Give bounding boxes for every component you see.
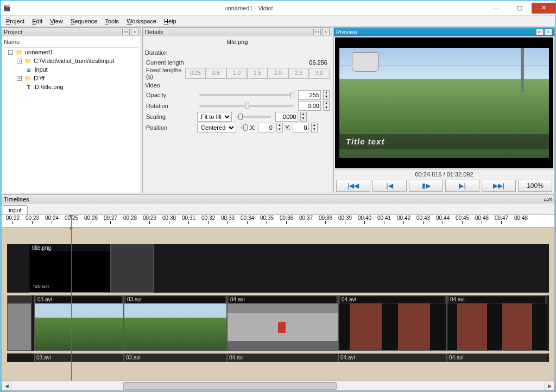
panel-max-icon[interactable]: ▭ bbox=[122, 29, 130, 35]
window-titlebar: 🎬 unnamed1 - Vidiot — ▢ ✕ bbox=[1, 1, 555, 16]
zoom-level[interactable]: 100% bbox=[518, 180, 552, 192]
panel-close-icon[interactable]: × bbox=[545, 29, 552, 35]
opacity-spinner[interactable]: ▲▼ bbox=[323, 90, 330, 100]
rotation-label: Rotation bbox=[145, 103, 195, 109]
scaling-value[interactable]: .0000 bbox=[275, 112, 298, 122]
project-panel-header[interactable]: Project ▭ × bbox=[2, 28, 141, 36]
scaling-spinner[interactable]: ▲▼ bbox=[300, 112, 307, 122]
preview-title-overlay: Title text bbox=[339, 134, 549, 149]
video-clip[interactable]: 04.avi bbox=[447, 295, 547, 351]
minimize-button[interactable]: — bbox=[484, 3, 508, 14]
preview-panel-title: Preview bbox=[336, 29, 357, 35]
timelines-panel-title: Timelines bbox=[4, 196, 29, 203]
menu-sequence[interactable]: Sequence bbox=[67, 17, 101, 26]
maximize-button[interactable]: ▢ bbox=[508, 3, 532, 14]
ruler-tick: 00:31 bbox=[182, 215, 195, 224]
menu-workspace[interactable]: Workspace bbox=[123, 17, 160, 26]
fixed-length-button[interactable]: 1.0 bbox=[226, 68, 247, 79]
playhead[interactable] bbox=[71, 215, 72, 227]
clip-label: 03.avi bbox=[36, 296, 122, 303]
preview-panel-header[interactable]: Preview ▭ × bbox=[334, 28, 554, 36]
panel-close-icon[interactable]: × bbox=[322, 29, 330, 35]
timeline-ruler[interactable]: 00:2200:2300:2400:2500:2600:2700:2800:29… bbox=[2, 214, 554, 227]
tree-expander-icon[interactable]: + bbox=[17, 76, 22, 81]
tree-item[interactable]: TD:\title.png bbox=[4, 83, 138, 91]
scaling-mode-select[interactable]: Fit to fill bbox=[197, 112, 232, 122]
close-button[interactable]: ✕ bbox=[532, 3, 555, 14]
position-slider[interactable] bbox=[241, 127, 246, 129]
position-mode-select[interactable]: Centered bbox=[197, 123, 236, 132]
video-clip[interactable]: 04.avi bbox=[338, 295, 447, 351]
pos-x-value[interactable]: 0 bbox=[258, 123, 274, 132]
tree-column-header[interactable]: Name bbox=[4, 37, 138, 48]
timelines-panel: Timelines ▭ × input 00:2200:2300:2400:25… bbox=[1, 194, 555, 391]
tree-item[interactable]: -📁unnamed1 bbox=[4, 48, 138, 56]
panel-max-icon[interactable]: ▭ bbox=[544, 196, 549, 203]
preview-viewport[interactable]: Title text bbox=[335, 37, 553, 168]
fixed-length-button[interactable]: 3.0 bbox=[309, 68, 330, 79]
panel-close-icon[interactable]: × bbox=[131, 29, 138, 35]
step-forward-button[interactable]: ▶| bbox=[445, 180, 479, 192]
menu-project[interactable]: Project bbox=[3, 17, 28, 26]
menu-tools[interactable]: Tools bbox=[102, 17, 122, 26]
rotation-slider[interactable] bbox=[199, 105, 294, 107]
timeline-scrollbar[interactable]: ◀ ▶ bbox=[2, 381, 554, 390]
audio-clip[interactable]: 04.avi bbox=[227, 353, 338, 362]
scroll-left-icon[interactable]: ◀ bbox=[2, 382, 11, 390]
project-tree[interactable]: Name -📁unnamed1+📁C:\Vidiot\vidiot_trunk\… bbox=[2, 36, 141, 193]
rotation-value[interactable]: 0.00 bbox=[298, 101, 321, 111]
panel-max-icon[interactable]: ▭ bbox=[313, 29, 321, 35]
timelines-panel-header[interactable]: Timelines ▭ × bbox=[2, 195, 554, 204]
fixed-length-button[interactable]: 0.25 bbox=[185, 68, 206, 79]
folder-icon: 📁 bbox=[15, 49, 23, 55]
fixed-length-button[interactable]: 2.5 bbox=[288, 68, 309, 79]
scaling-slider[interactable] bbox=[236, 116, 271, 118]
video-clip[interactable]: 04.avi bbox=[227, 295, 338, 351]
title-track[interactable]: title.png Title text bbox=[7, 244, 549, 293]
menu-view[interactable]: View bbox=[47, 17, 66, 26]
opacity-slider[interactable] bbox=[199, 94, 294, 96]
opacity-value[interactable]: 255 bbox=[298, 90, 321, 100]
timeline-tab[interactable]: input bbox=[3, 205, 28, 215]
video-clip[interactable]: 03.avi bbox=[124, 295, 227, 351]
audio-clip[interactable]: 03.avi bbox=[124, 353, 227, 362]
go-end-button[interactable]: ▶▶| bbox=[482, 180, 516, 192]
audio-track[interactable]: 03.avi03.avi04.avi04.avi04.avi bbox=[7, 353, 549, 362]
fixed-length-button[interactable]: 0.5 bbox=[206, 68, 226, 79]
menu-help[interactable]: Help bbox=[161, 17, 180, 26]
clip-label: 04.avi bbox=[229, 296, 336, 303]
fixed-length-button[interactable]: 1.5 bbox=[247, 68, 268, 79]
details-panel-header[interactable]: Details ▭ × bbox=[143, 28, 332, 36]
play-pause-button[interactable]: ▮▶ bbox=[409, 180, 443, 192]
rotation-spinner[interactable]: ▲▼ bbox=[323, 101, 330, 111]
tree-expander-icon[interactable]: - bbox=[8, 50, 13, 55]
tree-item[interactable]: ≣input bbox=[4, 65, 138, 74]
video-track[interactable]: 03.avi03.avi04.avi04.avi04.avi bbox=[7, 295, 549, 351]
fixed-length-button[interactable]: 2.0 bbox=[268, 68, 288, 79]
audio-clip[interactable]: 04.avi bbox=[338, 353, 447, 362]
video-section: Video bbox=[145, 81, 330, 90]
scroll-right-icon[interactable]: ▶ bbox=[545, 382, 554, 390]
details-panel-title: Details bbox=[145, 29, 163, 35]
pos-x-spinner[interactable]: ▲▼ bbox=[276, 123, 283, 132]
current-length-value: 06.256 bbox=[197, 59, 330, 66]
pos-y-value[interactable]: 0 bbox=[293, 123, 309, 132]
go-start-button[interactable]: |◀◀ bbox=[336, 180, 370, 192]
video-clip[interactable] bbox=[7, 295, 31, 351]
audio-clip[interactable]: 03.avi bbox=[34, 353, 124, 362]
timeline-tracks[interactable]: title.png Title text 03.avi03.avi04.avi0… bbox=[2, 227, 554, 381]
step-back-button[interactable]: |◀ bbox=[372, 180, 407, 192]
window-title: unnamed1 - Vidiot bbox=[14, 5, 484, 11]
tree-item[interactable]: +📁D:\ff bbox=[4, 74, 138, 83]
panel-max-icon[interactable]: ▭ bbox=[536, 29, 544, 35]
audio-clip[interactable]: 04.avi bbox=[447, 353, 547, 362]
tree-expander-icon[interactable]: + bbox=[17, 59, 22, 64]
tree-item[interactable]: +📁C:\Vidiot\vidiot_trunk\test\input bbox=[4, 56, 138, 65]
playhead[interactable] bbox=[71, 227, 72, 381]
menu-edit[interactable]: Edit bbox=[29, 17, 46, 26]
panel-close-icon[interactable]: × bbox=[549, 196, 552, 203]
fixed-lengths-label: Fixed lengths (s) bbox=[145, 67, 183, 80]
title-clip-fade[interactable] bbox=[110, 244, 154, 293]
video-clip[interactable]: 03.avi bbox=[34, 295, 124, 351]
pos-y-spinner[interactable]: ▲▼ bbox=[311, 123, 318, 132]
